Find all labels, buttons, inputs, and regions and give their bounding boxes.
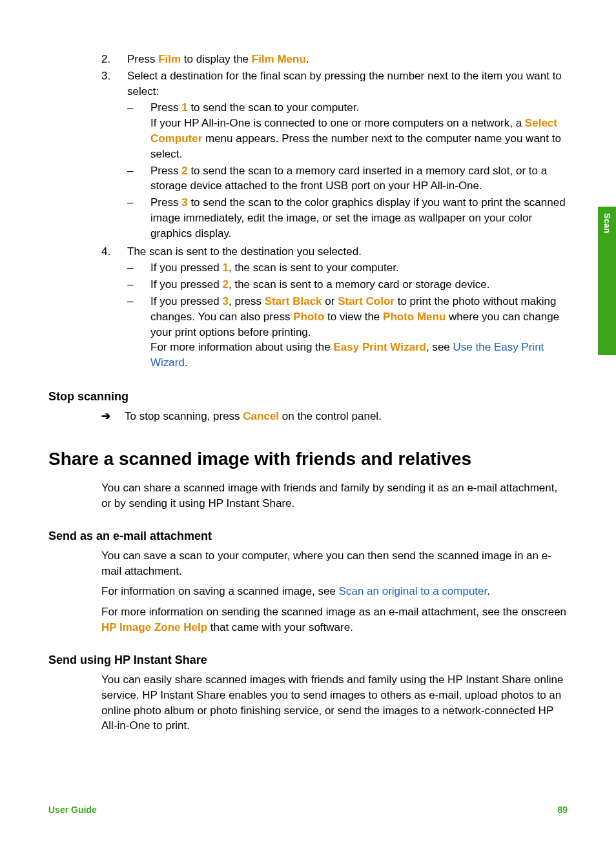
step-3: 3. Select a destination for the final sc… — [101, 68, 568, 243]
step-body: Press Film to display the Film Menu. — [127, 52, 568, 67]
heading-stop-scanning: Stop scanning — [48, 389, 568, 405]
side-tab: Scan — [598, 207, 616, 355]
list-item: – If you pressed 1, the scan is sent to … — [127, 260, 568, 276]
list-item: – Press 1 to send the scan to your compu… — [127, 100, 568, 161]
highlight-1: 1 — [223, 262, 229, 274]
step-body: Select a destination for the final scan … — [127, 68, 568, 243]
paragraph: You can share a scanned image with frien… — [101, 480, 568, 511]
arrow-step: ➔ To stop scanning, press Cancel on the … — [101, 409, 568, 424]
arrow-icon: ➔ — [101, 409, 125, 424]
step-number: 4. — [101, 244, 127, 372]
step-number: 3. — [101, 68, 127, 243]
page-content: 2. Press Film to display the Film Menu. … — [0, 0, 616, 734]
footer: User Guide 89 — [48, 804, 568, 817]
paragraph: For information on saving a scanned imag… — [101, 584, 568, 599]
highlight-start-black: Start Black — [265, 295, 322, 307]
step-number: 2. — [101, 52, 127, 67]
footer-page-number: 89 — [557, 804, 568, 817]
numbered-steps: 2. Press Film to display the Film Menu. … — [101, 52, 568, 372]
highlight-film-menu: Film Menu — [252, 53, 306, 65]
highlight-start-color: Start Color — [338, 295, 395, 307]
list-item: – Press 3 to send the scan to the color … — [127, 195, 568, 241]
footer-left: User Guide — [48, 804, 97, 817]
step-2: 2. Press Film to display the Film Menu. — [101, 52, 568, 67]
paragraph: You can save a scan to your computer, wh… — [101, 548, 568, 579]
side-tab-label: Scan — [601, 213, 613, 233]
highlight-hp-image-zone-help: HP Image Zone Help — [101, 621, 207, 633]
step-4: 4. The scan is sent to the destination y… — [101, 244, 568, 372]
list-item: – If you pressed 2, the scan is sent to … — [127, 277, 568, 293]
highlight-photo-menu: Photo Menu — [383, 311, 446, 323]
highlight-cancel: Cancel — [243, 410, 279, 422]
list-item: – If you pressed 3, press Start Black or… — [127, 294, 568, 371]
highlight-2: 2 — [181, 165, 187, 177]
highlight-1: 1 — [181, 101, 187, 114]
highlight-2: 2 — [223, 278, 229, 291]
heading-send-hp-instant-share: Send using HP Instant Share — [48, 652, 568, 668]
paragraph: For more information on sending the scan… — [101, 604, 568, 635]
highlight-3: 3 — [223, 295, 229, 307]
sub-list: – Press 1 to send the scan to your compu… — [127, 100, 568, 241]
highlight-photo: Photo — [293, 311, 324, 323]
heading-share-scanned-image: Share a scanned image with friends and r… — [48, 446, 568, 471]
paragraph: You can easily share scanned images with… — [101, 672, 568, 734]
sub-list: – If you pressed 1, the scan is sent to … — [127, 260, 568, 371]
highlight-film: Film — [158, 53, 181, 65]
highlight-easy-print-wizard: Easy Print Wizard — [333, 341, 426, 353]
heading-send-email-attachment: Send as an e-mail attachment — [48, 528, 568, 544]
list-item: – Press 2 to send the scan to a memory c… — [127, 163, 568, 194]
highlight-3: 3 — [181, 196, 187, 209]
link-scan-original[interactable]: Scan an original to a computer — [339, 585, 488, 597]
step-body: The scan is sent to the destination you … — [127, 244, 568, 372]
